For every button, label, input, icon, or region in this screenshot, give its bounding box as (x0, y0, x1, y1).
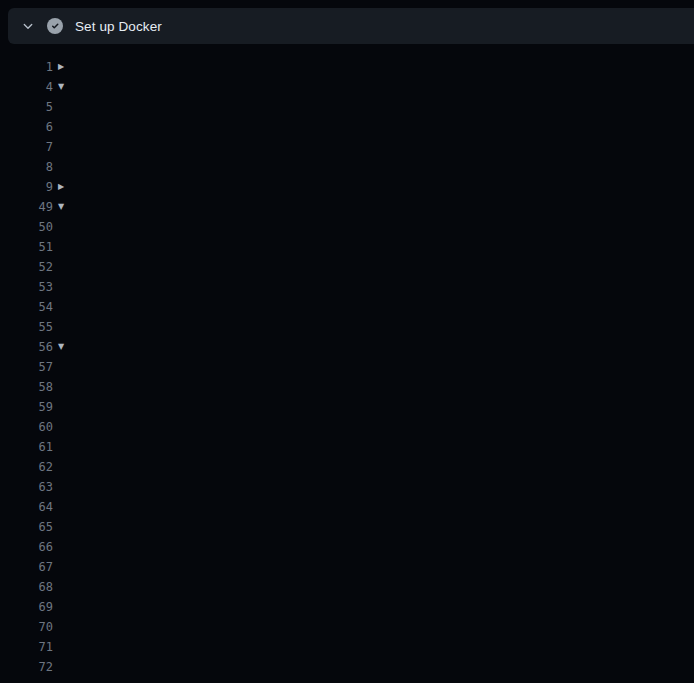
line-number[interactable]: 59 (0, 397, 53, 417)
log-line: 72 Git commit: d7573ab (0, 657, 694, 677)
line-number[interactable]: 62 (0, 457, 53, 477)
log-line: 59 Version: 23.0.0 (0, 397, 694, 417)
line-number[interactable]: 9 (0, 177, 53, 197)
log-line: 63 Built: Wed Feb 1 17:43:29 2023 (0, 477, 694, 497)
collapse-group-icon[interactable]: ▼ (58, 337, 70, 357)
log-line: 52 Successfully created context "setup-d… (0, 257, 694, 277)
line-number[interactable]: 8 (0, 157, 53, 177)
line-number[interactable]: 49 (0, 197, 53, 217)
log-line: 51 setup-docker-action (0, 237, 694, 257)
log-line: 61 Go version: go1.19.5 (0, 437, 694, 457)
log-line: 66 (0, 537, 694, 557)
line-number[interactable]: 52 (0, 257, 53, 277)
line-number[interactable]: 60 (0, 417, 53, 437)
log-line: 54 setup-docker-action (0, 297, 694, 317)
line-number[interactable]: 56 (0, 337, 53, 357)
line-number[interactable]: 50 (0, 217, 53, 237)
line-number[interactable]: 71 (0, 637, 53, 657)
line-number[interactable]: 67 (0, 557, 53, 577)
line-number[interactable]: 65 (0, 517, 53, 537)
line-number[interactable]: 64 (0, 497, 53, 517)
log-line[interactable]: 1 ▶ Run ./ (0, 57, 694, 77)
log-line: 8 Added Docker to PATH (0, 157, 694, 177)
check-circle-icon (47, 18, 63, 34)
log-line: 68 Engine: (0, 577, 694, 597)
line-number[interactable]: 58 (0, 377, 53, 397)
log-line: 58 Client: (0, 377, 694, 397)
log-line: 7 Fixing perms (0, 137, 694, 157)
line-number[interactable]: 53 (0, 277, 53, 297)
log-line: 64 OS/Arch: linux/amd64 (0, 497, 694, 517)
line-number[interactable]: 55 (0, 317, 53, 337)
expand-group-icon[interactable]: ▶ (58, 57, 70, 77)
expand-group-icon[interactable]: ▶ (58, 177, 70, 197)
log-line: 50 /opt/hostedtoolcache/docker-stable/23… (0, 217, 694, 237)
line-number[interactable]: 6 (0, 117, 53, 137)
log-line: 53 /opt/hostedtoolcache/docker-stable/23… (0, 277, 694, 297)
step-title: Set up Docker (75, 19, 162, 34)
line-number[interactable]: 69 (0, 597, 53, 617)
log-line: 57 /opt/hostedtoolcache/docker-stable/23… (0, 357, 694, 377)
step-header[interactable]: Set up Docker (8, 8, 694, 44)
line-number[interactable]: 66 (0, 537, 53, 557)
line-number[interactable]: 57 (0, 357, 53, 377)
log-line: 55 Current context is now "setup-docker-… (0, 317, 694, 337)
log-viewer: 1 ▶ Run ./ 4 ▼ Download docker 5 Downloa… (0, 44, 694, 677)
chevron-down-icon[interactable] (21, 19, 35, 33)
log-line: 70 API version: 1.42 (minimum version 1.… (0, 617, 694, 637)
line-number[interactable]: 5 (0, 97, 53, 117)
line-number[interactable]: 68 (0, 577, 53, 597)
log-line: 62 Git commit: e92dd87 (0, 457, 694, 477)
log-line: 71 Go version: go1.19.5 (0, 637, 694, 657)
line-number[interactable]: 70 (0, 617, 53, 637)
log-line[interactable]: 4 ▼ Download docker (0, 77, 694, 97)
log-line[interactable]: 9 ▶ Start Docker daemon (0, 177, 694, 197)
log-line[interactable]: 56 ▼ Docker info (0, 337, 694, 357)
line-number[interactable]: 51 (0, 237, 53, 257)
collapse-group-icon[interactable]: ▼ (58, 197, 70, 217)
line-number[interactable]: 54 (0, 297, 53, 317)
line-number[interactable]: 72 (0, 657, 53, 677)
line-number[interactable]: 4 (0, 77, 53, 97)
log-line: 6 /usr/bin/tar xz --warning=no-unknown-k… (0, 117, 694, 137)
line-number[interactable]: 63 (0, 477, 53, 497)
log-line: 60 API version: 1.42 (0, 417, 694, 437)
line-number[interactable]: 7 (0, 137, 53, 157)
line-number[interactable]: 61 (0, 437, 53, 457)
log-line: 69 Version: 23.0.0 (0, 597, 694, 617)
log-line[interactable]: 49 ▼ Create Docker context (0, 197, 694, 217)
collapse-group-icon[interactable]: ▼ (58, 77, 70, 97)
line-number[interactable]: 1 (0, 57, 53, 77)
log-line: 65 Context: setup-docker-action (0, 517, 694, 537)
log-line: 5 Downloading https://download.docker.co… (0, 97, 694, 117)
log-line: 67 Server: Docker Engine - Community (0, 557, 694, 577)
